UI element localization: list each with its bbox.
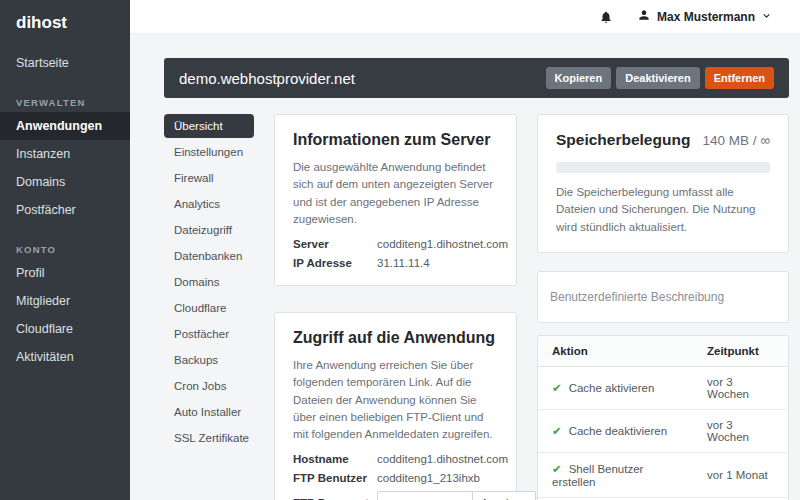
sidebar-item-aktivitaeten[interactable]: Aktivitäten xyxy=(0,343,130,371)
sidebar-section-konto: KONTO xyxy=(0,238,130,259)
ftp-user-value: codditeng1_213ihxb xyxy=(377,472,480,484)
hostname-row: Hostname codditeng1.dihostnet.com xyxy=(293,453,498,465)
server-info-title: Informationen zum Server xyxy=(293,131,498,149)
copy-button[interactable]: Kopieren xyxy=(546,67,612,89)
ip-value: 31.11.11.4 xyxy=(377,257,430,269)
ftp-user-label: FTP Benutzer xyxy=(293,472,377,484)
app-access-title: Zugriff auf die Anwendung xyxy=(293,329,498,347)
tab-analytics[interactable]: Analytics xyxy=(164,192,254,216)
activity-table-card: Aktion Zeitpunkt ✔Cache aktivieren vor 3… xyxy=(537,335,789,500)
app-access-description: Ihre Anwendung erreichen Sie über folgen… xyxy=(293,357,498,443)
tab-dateizugriff[interactable]: Dateizugriff xyxy=(164,218,254,242)
tab-cloudflare[interactable]: Cloudflare xyxy=(164,296,254,320)
column-header-aktion: Aktion xyxy=(538,336,693,367)
sidebar-item-postfaecher[interactable]: Postfächer xyxy=(0,196,130,224)
sidebar-item-cloudflare[interactable]: Cloudflare xyxy=(0,315,130,343)
tab-backups[interactable]: Backups xyxy=(164,348,254,372)
server-label: Server xyxy=(293,238,377,250)
success-check-icon: ✔ xyxy=(552,425,562,437)
tab-domains[interactable]: Domains xyxy=(164,270,254,294)
hostname-value: codditeng1.dihostnet.com xyxy=(377,453,508,465)
column-header-zeitpunkt: Zeitpunkt xyxy=(693,336,788,367)
server-info-description: Die ausgewählte Anwendung befindet sich … xyxy=(293,159,498,228)
activity-table: Aktion Zeitpunkt ✔Cache aktivieren vor 3… xyxy=(538,336,788,500)
sidebar-section-verwalten: VERWALTEN xyxy=(0,91,130,112)
app-access-card: Zugriff auf die Anwendung Ihre Anwendung… xyxy=(274,312,517,500)
storage-progress-bar xyxy=(556,162,770,173)
user-icon xyxy=(637,8,651,25)
activity-action: Cache aktivieren xyxy=(569,382,655,394)
main-content: demo.webhostprovider.net Kopieren Deakti… xyxy=(130,34,800,500)
tab-auto-installer[interactable]: Auto Installer xyxy=(164,400,254,424)
table-row: ✔Cache deaktivieren vor 3 Wochen xyxy=(538,409,788,452)
ftp-password-row: FTP Passwort Anzeigen xyxy=(293,491,498,500)
sidebar-item-startseite[interactable]: Startseite xyxy=(0,49,130,77)
sidebar-nav: Startseite VERWALTEN Anwendungen Instanz… xyxy=(0,49,130,371)
sidebar-item-mitglieder[interactable]: Mitglieder xyxy=(0,287,130,315)
server-value: codditeng1.dihostnet.com xyxy=(377,238,508,250)
page-title: demo.webhostprovider.net xyxy=(179,70,355,87)
sidebar-item-instanzen[interactable]: Instanzen xyxy=(0,140,130,168)
tab-datenbanken[interactable]: Datenbanken xyxy=(164,244,254,268)
activity-action: Shell Benutzer erstellen xyxy=(552,463,643,488)
ftp-user-row: FTP Benutzer codditeng1_213ihxb xyxy=(293,472,498,484)
tab-uebersicht[interactable]: Übersicht xyxy=(164,114,254,138)
table-row: ✔Shell Benutzer erstellen vor 1 Monat xyxy=(538,452,788,497)
chevron-down-icon xyxy=(761,10,772,24)
storage-title: Speicherbelegung xyxy=(556,131,690,149)
tab-cron-jobs[interactable]: Cron Jobs xyxy=(164,374,254,398)
app-section-tabs: Übersicht Einstellungen Firewall Analyti… xyxy=(164,114,254,500)
sidebar-item-domains[interactable]: Domains xyxy=(0,168,130,196)
topbar: Max Mustermann xyxy=(130,0,800,34)
page-header-actions: Kopieren Deaktivieren Entfernen xyxy=(546,67,774,89)
page-header: demo.webhostprovider.net Kopieren Deakti… xyxy=(164,58,789,98)
app-logo: dihost xyxy=(0,0,130,49)
storage-card: Speicherbelegung 140 MB / ∞ Die Speicher… xyxy=(537,114,789,253)
activity-time: vor 3 Wochen xyxy=(693,409,788,452)
storage-usage-value: 140 MB / ∞ xyxy=(703,133,770,148)
storage-description: Die Speicherbelegung umfasst alle Dateie… xyxy=(556,184,770,236)
remove-button[interactable]: Entfernen xyxy=(705,67,774,89)
notifications-bell-icon[interactable] xyxy=(599,10,613,24)
tab-ssl-zertifikate[interactable]: SSL Zertifikate xyxy=(164,426,254,450)
hostname-label: Hostname xyxy=(293,453,377,465)
sidebar-item-profil[interactable]: Profil xyxy=(0,259,130,287)
user-menu[interactable]: Max Mustermann xyxy=(637,8,772,25)
ftp-password-input[interactable] xyxy=(377,491,473,500)
custom-description-input[interactable] xyxy=(537,271,789,323)
tab-postfaecher[interactable]: Postfächer xyxy=(164,322,254,346)
tab-einstellungen[interactable]: Einstellungen xyxy=(164,140,254,164)
sidebar-item-anwendungen[interactable]: Anwendungen xyxy=(0,112,130,140)
activity-time: vor 1 Monat xyxy=(693,452,788,497)
tab-firewall[interactable]: Firewall xyxy=(164,166,254,190)
table-row: ✔Cache aktivieren vor 3 Wochen xyxy=(538,366,788,409)
ip-label: IP Adresse xyxy=(293,257,377,269)
sidebar: dihost Startseite VERWALTEN Anwendungen … xyxy=(0,0,130,500)
show-password-button[interactable]: Anzeigen xyxy=(473,491,536,500)
server-row: Server codditeng1.dihostnet.com xyxy=(293,238,498,250)
user-name: Max Mustermann xyxy=(657,10,755,24)
deactivate-button[interactable]: Deaktivieren xyxy=(616,67,699,89)
success-check-icon: ✔ xyxy=(552,463,562,475)
server-info-card: Informationen zum Server Die ausgewählte… xyxy=(274,114,517,286)
activity-time: vor 3 Wochen xyxy=(693,366,788,409)
activity-action: Cache deaktivieren xyxy=(569,425,667,437)
ip-row: IP Adresse 31.11.11.4 xyxy=(293,257,498,269)
success-check-icon: ✔ xyxy=(552,382,562,394)
